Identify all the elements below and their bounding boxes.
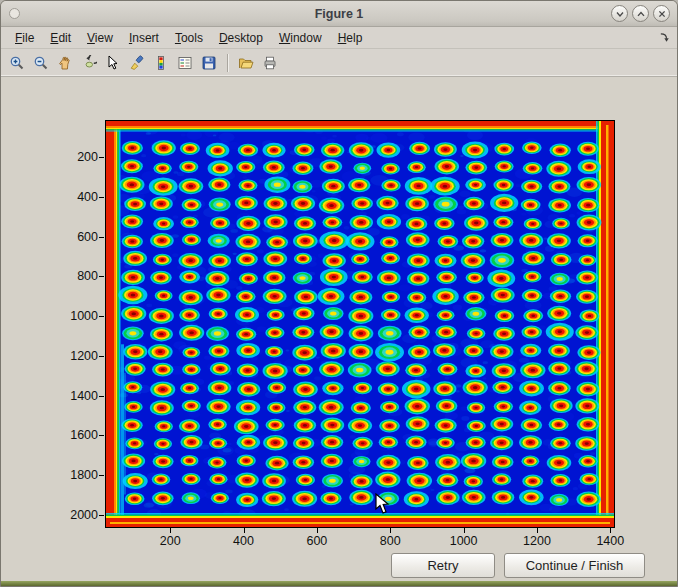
print-button[interactable]	[259, 52, 281, 74]
y-tick-label: 600	[54, 230, 98, 244]
pan-hand-icon	[57, 55, 73, 71]
x-tick-mark	[390, 528, 391, 533]
data-cursor-icon	[105, 55, 121, 71]
y-tick-mark	[99, 276, 104, 277]
y-tick-mark	[99, 316, 104, 317]
y-tick-label: 1600	[54, 428, 98, 442]
y-tick-label: 1400	[54, 389, 98, 403]
rotate-3d-button[interactable]	[78, 52, 100, 74]
legend-icon	[177, 55, 193, 71]
desktop-panel-edge	[1, 581, 677, 586]
zoom-out-button[interactable]	[30, 52, 52, 74]
zoom-out-icon	[33, 55, 49, 71]
y-tick-mark	[99, 475, 104, 476]
menubar-items: FileEditViewInsertToolsDesktopWindowHelp	[7, 28, 370, 48]
y-tick-label: 2000	[54, 508, 98, 522]
menu-item-insert[interactable]: Insert	[121, 28, 167, 48]
menu-item-tools[interactable]: Tools	[167, 28, 211, 48]
x-tick-label: 400	[233, 534, 254, 548]
x-tick-label: 600	[306, 534, 327, 548]
pan-button[interactable]	[54, 52, 76, 74]
menu-item-file[interactable]: File	[7, 28, 42, 48]
menu-item-help[interactable]: Help	[330, 28, 371, 48]
x-tick-mark	[244, 528, 245, 533]
toolbar	[1, 49, 677, 77]
undock-arrow-icon[interactable]	[658, 31, 671, 44]
menubar: FileEditViewInsertToolsDesktopWindowHelp	[1, 27, 677, 49]
y-tick-label: 1200	[54, 349, 98, 363]
x-tick-label: 1000	[450, 534, 478, 548]
x-tick-mark	[317, 528, 318, 533]
window-title: Figure 1	[1, 7, 677, 21]
insert-legend-button[interactable]	[174, 52, 196, 74]
x-tick-mark	[537, 528, 538, 533]
zoom-in-button[interactable]	[6, 52, 28, 74]
y-tick-mark	[99, 515, 104, 516]
brush-icon	[129, 55, 145, 71]
x-tick-label: 800	[380, 534, 401, 548]
minimize-button[interactable]	[611, 5, 628, 22]
x-tick-mark	[610, 528, 611, 533]
save-button[interactable]	[198, 52, 220, 74]
rotate-3d-icon	[81, 55, 97, 71]
menu-item-desktop[interactable]: Desktop	[211, 28, 271, 48]
y-tick-mark	[99, 435, 104, 436]
menu-item-view[interactable]: View	[79, 28, 121, 48]
data-cursor-button[interactable]	[102, 52, 124, 74]
window-menu-icon[interactable]	[9, 8, 20, 19]
x-tick-label: 200	[160, 534, 181, 548]
open-folder-icon	[238, 55, 254, 71]
y-tick-label: 200	[54, 150, 98, 164]
microarray-image[interactable]	[105, 120, 615, 528]
chevron-up-icon	[635, 8, 647, 20]
y-tick-label: 800	[54, 269, 98, 283]
figure-window: Figure 1 FileEditViewInsertToolsDesktopW…	[0, 0, 678, 587]
menu-item-edit[interactable]: Edit	[42, 28, 79, 48]
brush-button[interactable]	[126, 52, 148, 74]
continue-finish-button[interactable]: Continue / Finish	[504, 553, 645, 578]
retry-button[interactable]: Retry	[391, 553, 495, 578]
x-tick-label: 1200	[523, 534, 551, 548]
x-tick-mark	[170, 528, 171, 533]
x-tick-label: 1400	[596, 534, 624, 548]
chevron-down-icon	[614, 8, 626, 20]
titlebar[interactable]: Figure 1	[1, 1, 677, 27]
print-icon	[262, 55, 278, 71]
save-icon	[201, 55, 217, 71]
close-button[interactable]	[653, 5, 670, 22]
y-tick-mark	[99, 237, 104, 238]
figure-area: 2004006008001000120014002004006008001000…	[1, 77, 677, 581]
y-tick-label: 1800	[54, 468, 98, 482]
y-tick-mark	[99, 197, 104, 198]
colorbar-icon	[153, 55, 169, 71]
y-tick-label: 1000	[54, 309, 98, 323]
y-tick-label: 400	[54, 190, 98, 204]
close-icon	[656, 8, 668, 20]
insert-colorbar-button[interactable]	[150, 52, 172, 74]
y-tick-mark	[99, 396, 104, 397]
toolbar-separator	[227, 54, 228, 72]
zoom-in-icon	[9, 55, 25, 71]
y-tick-mark	[99, 356, 104, 357]
menu-item-window[interactable]: Window	[271, 28, 330, 48]
maximize-button[interactable]	[632, 5, 649, 22]
y-tick-mark	[99, 157, 104, 158]
open-file-button[interactable]	[235, 52, 257, 74]
x-tick-mark	[464, 528, 465, 533]
